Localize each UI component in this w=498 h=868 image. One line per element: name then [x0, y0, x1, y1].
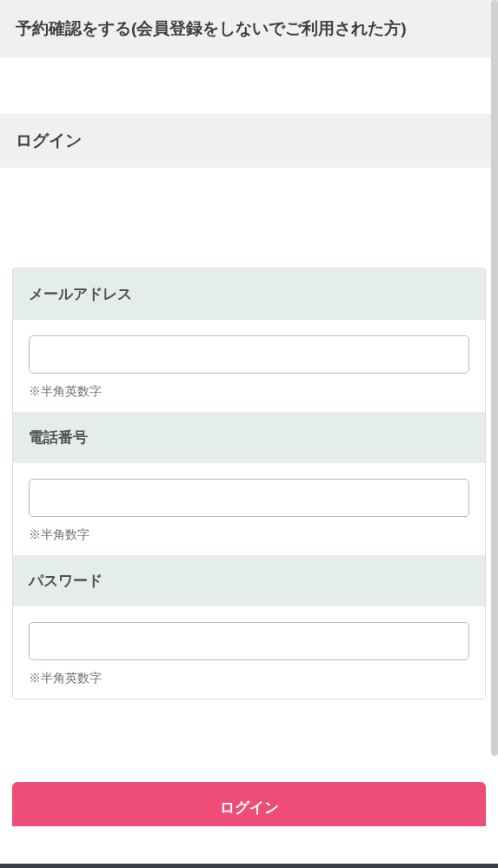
phone-hint: ※半角数字	[29, 527, 469, 543]
login-section-title: ログイン	[16, 129, 482, 152]
password-input[interactable]	[29, 622, 469, 660]
login-section-header: ログイン	[0, 114, 498, 168]
email-input[interactable]	[29, 335, 469, 374]
bottom-bar	[0, 864, 498, 868]
page-container: 予約確認をする(会員登録をしないでご利用された方) ログイン メールアドレス ※…	[0, 0, 498, 868]
reservation-check-title: 予約確認をする(会員登録をしないでご利用された方)	[16, 17, 482, 40]
spacer	[0, 57, 498, 114]
spacer	[0, 699, 498, 782]
password-label-row: パスワード	[13, 555, 485, 606]
email-hint: ※半角英数字	[29, 384, 469, 400]
reservation-check-header: 予約確認をする(会員登録をしないでご利用された方)	[0, 0, 498, 57]
phone-label-row: 電話番号	[13, 412, 485, 463]
login-button[interactable]: ログイン	[12, 782, 486, 826]
email-label-row: メールアドレス	[13, 268, 485, 320]
scrollbar[interactable]	[491, 0, 498, 756]
phone-input-row: ※半角数字	[13, 463, 485, 555]
phone-label: 電話番号	[29, 427, 469, 447]
email-input-row: ※半角英数字	[13, 320, 485, 412]
password-input-row: ※半角英数字	[13, 606, 485, 699]
phone-input[interactable]	[29, 479, 469, 517]
login-form: メールアドレス ※半角英数字 電話番号 ※半角数字 パスワード ※半角英数字	[12, 268, 486, 699]
password-label: パスワード	[29, 571, 469, 591]
email-label: メールアドレス	[29, 284, 469, 304]
spacer	[0, 168, 498, 268]
password-hint: ※半角英数字	[29, 671, 469, 686]
